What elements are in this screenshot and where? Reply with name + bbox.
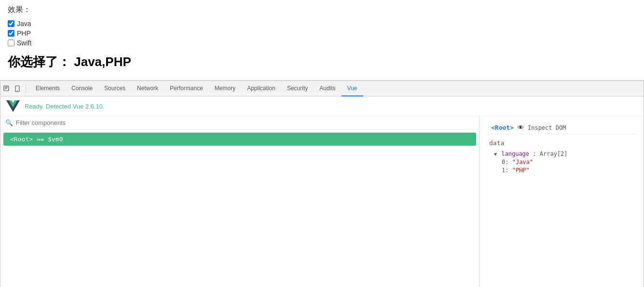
tab-audits[interactable]: Audits (314, 81, 341, 96)
inspect-dom-eye-icon: 👁 (518, 124, 524, 131)
tab-performance[interactable]: Performance (164, 81, 209, 96)
checkbox-swift-label: Swift (17, 39, 31, 47)
effect-label: 效果： (8, 5, 636, 15)
tab-security[interactable]: Security (281, 81, 314, 96)
vue-right-panel: <Root> 👁 Inspect DOM data ▼ language : A… (480, 116, 644, 287)
language-type: : Array[2] (533, 150, 567, 157)
filter-components-input[interactable] (16, 119, 474, 126)
checkbox-swift[interactable]: Swift (8, 39, 636, 47)
value-1: "PHP" (512, 167, 530, 174)
tab-network[interactable]: Network (131, 81, 164, 96)
root-component-item[interactable]: <Root> == $vm0 (3, 133, 476, 146)
tab-application[interactable]: Application (241, 81, 281, 96)
vue-header: Ready. Detected Vue 2.6.10. (0, 96, 644, 116)
vue-panel: Ready. Detected Vue 2.6.10. 🔍 <Root> == … (0, 96, 644, 287)
tab-vue[interactable]: Vue (342, 81, 363, 96)
language-item-1: 1: "PHP" (494, 167, 634, 174)
data-section-label: data (489, 139, 634, 147)
checkbox-java[interactable]: Java (8, 20, 636, 27)
search-icon: 🔍 (5, 119, 13, 126)
checkbox-php-label: PHP (17, 29, 31, 37)
language-item-0: 0: "Java" (494, 159, 634, 165)
result-prefix: 你选择了： (8, 55, 70, 69)
value-0: "Java" (512, 159, 533, 165)
checkbox-java-label: Java (17, 20, 31, 27)
vue-logo (6, 99, 20, 113)
checkbox-group: Java PHP Swift (8, 20, 636, 47)
checkbox-swift-input[interactable] (8, 40, 14, 46)
result-value: Java,PHP (74, 55, 131, 69)
tab-memory[interactable]: Memory (209, 81, 241, 96)
mobile-icon[interactable] (13, 84, 22, 93)
data-tree: ▼ language : Array[2] 0: "Java" 1: "PHP" (489, 150, 634, 174)
language-array-row: ▼ language : Array[2] (494, 150, 634, 157)
devtools-toolbar: Elements Console Sources Network Perform… (0, 81, 644, 96)
language-key: language (501, 150, 529, 157)
tab-console[interactable]: Console (66, 81, 98, 96)
component-list: <Root> == $vm0 (0, 130, 479, 149)
result-text: 你选择了： Java,PHP (8, 54, 636, 70)
tab-sources[interactable]: Sources (98, 81, 131, 96)
vue-left-panel: 🔍 <Root> == $vm0 (0, 116, 480, 287)
vue-ready-text: Ready. Detected Vue 2.6.10. (25, 103, 105, 110)
root-link[interactable]: <Root> (491, 124, 514, 131)
vue-content: 🔍 <Root> == $vm0 <Root> 👁 Inspect DOM da… (0, 116, 644, 287)
inspect-dom-label[interactable]: Inspect DOM (528, 124, 566, 131)
vue-filter-bar: 🔍 (0, 116, 479, 130)
devtools-tabs: Elements Console Sources Network Perform… (30, 81, 363, 96)
index-1: 1: (502, 167, 512, 174)
data-panel: data ▼ language : Array[2] 0: "Java" 1: (486, 135, 637, 178)
top-area: 效果： Java PHP Swift 你选择了： Java,PHP (0, 0, 644, 81)
checkbox-php[interactable]: PHP (8, 29, 636, 37)
vue-right-header: <Root> 👁 Inspect DOM (486, 121, 637, 135)
triangle-down-icon: ▼ (494, 151, 497, 157)
devtools-panel: Elements Console Sources Network Perform… (0, 81, 644, 287)
devtools-icon-group (2, 84, 26, 93)
index-0: 0: (502, 159, 512, 165)
checkbox-php-input[interactable] (8, 30, 14, 37)
checkbox-java-input[interactable] (8, 20, 14, 27)
pointer-icon[interactable] (2, 84, 11, 93)
tab-elements[interactable]: Elements (30, 81, 66, 96)
